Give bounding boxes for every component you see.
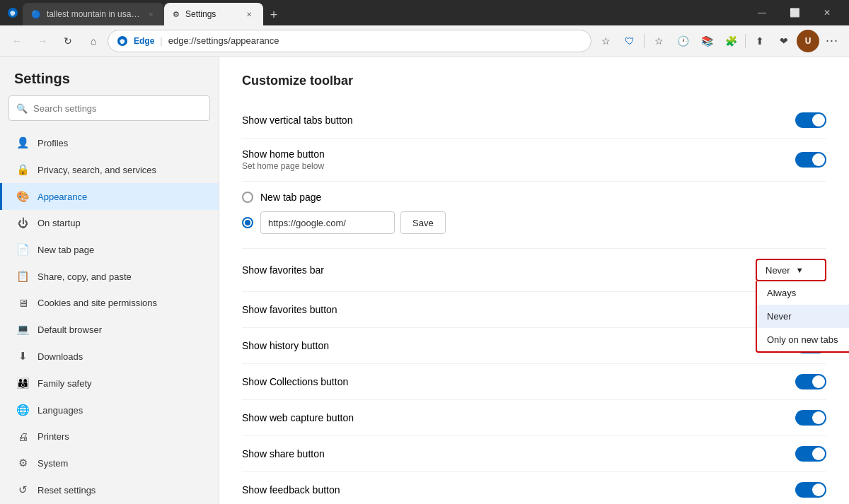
edge-icon <box>6 6 20 20</box>
feedback-button-label: Show feedback button <box>242 484 340 496</box>
share-button-setting: Show share button <box>242 436 826 472</box>
sidebar-item-share-label: Share, copy, and paste <box>37 271 132 282</box>
address-bar[interactable]: Edge | edge://settings/appearance <box>108 30 591 52</box>
favorite-icon[interactable]: ☆ <box>594 30 617 52</box>
cookies-icon: 🖥 <box>16 297 29 309</box>
radio-url-btn[interactable] <box>242 217 253 228</box>
favorites-bar-dropdown-wrapper: Never ▼ Always Never Only on new tabs <box>756 259 826 281</box>
collections-button-setting: Show Collections button <box>242 364 826 400</box>
languages-icon: 🌐 <box>16 404 29 416</box>
sidebar-item-defaultbrowser[interactable]: 💻 Default browser <box>0 316 219 343</box>
home-button-toggle[interactable] <box>795 152 826 168</box>
address-separator: | <box>160 35 162 46</box>
shield-icon[interactable]: 🛡 <box>618 30 641 52</box>
collections-button-toggle[interactable] <box>795 374 826 389</box>
sidebar-item-languages[interactable]: 🌐 Languages <box>0 397 219 423</box>
tab-bing[interactable]: 🔵 tallest mountain in usa - Bing ✕ <box>23 3 164 25</box>
share-button-toggle[interactable] <box>795 446 826 462</box>
radio-option-newtab[interactable]: New tab page <box>242 187 826 207</box>
web-capture-toggle[interactable] <box>795 410 826 426</box>
vertical-tabs-setting: Show vertical tabs button <box>242 102 826 139</box>
dropdown-option-never[interactable]: Never <box>757 305 849 328</box>
sidebar-item-appearance[interactable]: 🎨 Appearance <box>0 183 219 210</box>
url-input[interactable] <box>260 211 395 234</box>
home-button[interactable]: ⌂ <box>82 30 105 52</box>
avatar[interactable]: U <box>797 30 819 52</box>
maximize-button[interactable]: ⬜ <box>778 0 811 25</box>
favorites-bar-setting: Show favorites bar Never ▼ Always Never … <box>242 249 826 292</box>
sidebar: Settings 🔍 👤 Profiles 🔒 Privacy, search,… <box>0 57 219 504</box>
sidebar-nav: 👤 Profiles 🔒 Privacy, search, and servic… <box>0 129 219 504</box>
feedback-button-toggle[interactable] <box>795 482 826 498</box>
toolbar-right-buttons: ☆ 🛡 ☆ 🕐 📚 🧩 ⬆ ❤ U ··· <box>594 30 843 52</box>
home-options-section: New tab page Save <box>242 182 826 249</box>
sidebar-item-profiles-label: Profiles <box>37 138 68 148</box>
sidebar-item-reset[interactable]: ↺ Reset settings <box>0 476 219 503</box>
home-button-label: Show home button <box>242 148 325 160</box>
toolbar-divider2 <box>745 34 746 48</box>
family-icon: 👨‍👩‍👦 <box>16 377 29 389</box>
save-button[interactable]: Save <box>400 211 446 234</box>
browser-toolbar: ← → ↻ ⌂ Edge | edge://settings/appearanc… <box>0 25 849 57</box>
sidebar-item-startup-label: On startup <box>37 218 81 228</box>
vertical-tabs-toggle[interactable] <box>795 112 826 128</box>
printers-icon: 🖨 <box>16 430 29 443</box>
radio-option-url[interactable]: Save <box>242 207 826 238</box>
dropdown-option-always[interactable]: Always <box>757 281 849 305</box>
tab-settings[interactable]: ⚙ Settings ✕ <box>164 3 263 25</box>
sidebar-item-cookies[interactable]: 🖥 Cookies and site permissions <box>0 290 219 316</box>
favorites-bar-dropdown[interactable]: Never ▼ <box>756 259 826 281</box>
home-button-setting: Show home button Set home page below <box>242 139 826 182</box>
toolbar-divider <box>644 34 645 48</box>
newtab-icon: 📄 <box>16 243 29 256</box>
history-icon[interactable]: 🕐 <box>671 30 694 52</box>
collections-icon[interactable]: 📚 <box>695 30 718 52</box>
favorites-button-label: Show favorites button <box>242 304 337 315</box>
more-icon[interactable]: ··· <box>821 30 843 52</box>
sidebar-item-family[interactable]: 👨‍👩‍👦 Family safety <box>0 370 219 397</box>
sidebar-item-system[interactable]: ⚙ System <box>0 450 219 476</box>
address-url: edge://settings/appearance <box>168 35 279 46</box>
tab-bing-label: tallest mountain in usa - Bing <box>47 9 140 19</box>
downloads-icon: ⬇ <box>16 350 29 363</box>
search-input[interactable] <box>33 103 202 114</box>
share-nav-icon: 📋 <box>16 270 29 283</box>
tab-bing-close[interactable]: ✕ <box>146 8 156 20</box>
dropdown-option-newonly[interactable]: Only on new tabs <box>757 328 849 351</box>
system-icon: ⚙ <box>16 457 29 469</box>
web-capture-label: Show web capture button <box>242 412 354 423</box>
sidebar-item-startup[interactable]: ⏻ On startup <box>0 210 219 236</box>
sidebar-item-cookies-label: Cookies and site permissions <box>37 298 157 308</box>
tab-bing-icon: 🔵 <box>31 10 41 19</box>
sidebar-item-printers[interactable]: 🖨 Printers <box>0 423 219 450</box>
forward-button[interactable]: → <box>31 30 54 52</box>
refresh-button[interactable]: ↻ <box>57 30 79 52</box>
sidebar-item-defaultbrowser-label: Default browser <box>37 324 102 335</box>
chevron-down-icon: ▼ <box>796 266 804 274</box>
tab-group: 🔵 tallest mountain in usa - Bing ✕ ⚙ Set… <box>23 0 284 25</box>
new-tab-button[interactable]: + <box>263 4 284 25</box>
sidebar-item-newtab[interactable]: 📄 New tab page <box>0 236 219 263</box>
favorites-icon2[interactable]: ❤ <box>773 30 795 52</box>
sidebar-item-share[interactable]: 📋 Share, copy, and paste <box>0 263 219 290</box>
back-button[interactable]: ← <box>6 30 28 52</box>
extensions-icon[interactable]: 🧩 <box>720 30 742 52</box>
sidebar-item-privacy-label: Privacy, search, and services <box>37 165 156 175</box>
sidebar-title: Settings <box>0 57 219 95</box>
sidebar-item-profiles[interactable]: 👤 Profiles <box>0 129 219 156</box>
defaultbrowser-icon: 💻 <box>16 323 29 336</box>
minimize-button[interactable]: — <box>746 0 778 25</box>
bookmarks-icon[interactable]: ☆ <box>647 30 670 52</box>
close-button[interactable]: ✕ <box>811 0 843 25</box>
privacy-icon: 🔒 <box>16 163 29 176</box>
appearance-icon: 🎨 <box>16 190 29 203</box>
share-icon[interactable]: ⬆ <box>749 30 771 52</box>
search-box[interactable]: 🔍 <box>8 95 210 121</box>
vertical-tabs-label: Show vertical tabs button <box>242 115 352 126</box>
sidebar-item-downloads[interactable]: ⬇ Downloads <box>0 343 219 370</box>
sidebar-item-privacy[interactable]: 🔒 Privacy, search, and services <box>0 156 219 183</box>
radio-newtab-btn[interactable] <box>242 192 253 203</box>
tab-settings-close[interactable]: ✕ <box>243 8 255 20</box>
sidebar-item-family-label: Family safety <box>37 378 92 389</box>
url-input-row: Save <box>260 211 446 234</box>
